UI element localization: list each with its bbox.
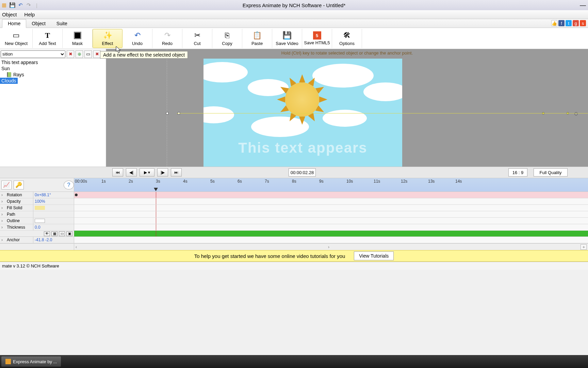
play-button[interactable]: ▶ ▾ [140,168,154,177]
outline-swatch[interactable] [35,219,45,223]
curve-editor-icon[interactable]: 📈 [1,181,12,189]
stage-text: This text appears [203,140,402,156]
new-object-button[interactable]: ▭New Object [0,29,33,48]
objects-panel: sition ✖ ⊕ ▭ ✖ This text appears Sun 📗 R… [0,49,106,167]
undo-icon[interactable]: ↶ [17,1,24,9]
copy-button[interactable]: ⎘Copy [212,29,242,48]
lock-icon[interactable]: ▦ [51,231,58,236]
cloud-shape [323,110,367,127]
composition-select[interactable]: sition [1,50,65,58]
new-object-icon: ▭ [12,31,21,40]
aspect-ratio-select[interactable]: 16 : 9 [508,168,527,177]
tool-3-icon[interactable]: ▭ [84,50,92,58]
canvas-area[interactable]: Hold (Ctrl) key to rotate selected objec… [106,49,588,167]
twitter-icon[interactable]: t [566,20,572,26]
playback-bar: ⏮ ◀| ▶ ▾ |▶ ⏭ 00:00:02.28 16 : 9 Full Qu… [0,167,588,178]
prop-thickness-row[interactable]: Thickness 0.0 [0,224,588,231]
save-html5-button[interactable]: 5Save HTML5 [302,29,332,48]
copy-icon: ⎘ [223,31,232,40]
redo-button[interactable]: ↷Redo [152,29,182,48]
prop-opacity-row[interactable]: Opacity 100% [0,198,588,205]
fill-swatch[interactable] [35,206,45,210]
handle-icon[interactable] [166,112,168,114]
cloud-shape [203,106,234,123]
add-text-button[interactable]: TAdd Text [33,29,63,48]
clip-row[interactable]: 👁 ▦ ▭ ▣ [0,231,588,237]
save-icon[interactable]: 💾 [9,1,16,9]
cut-icon: ✂ [193,31,202,40]
menu-help[interactable]: Help [24,12,35,17]
zoom-add-button[interactable]: ＋ [581,244,587,250]
goto-start-button[interactable]: ⏮ [112,168,123,177]
tool-1-icon[interactable]: ✖ [67,50,74,58]
prop-fill-row[interactable]: Fill Solid [0,205,588,211]
prop-path-row[interactable]: Path [0,211,588,218]
mask-button[interactable]: Mask [63,29,93,48]
prop-rotation-row[interactable]: Rotation 0x+88.1° [0,192,588,198]
redo-icon[interactable]: ↷ [25,1,32,9]
title-bar: ▦ 💾 ↶ ↷ | Express Animate by NCH Softwar… [0,0,588,10]
tool-4-icon[interactable]: ✖ [93,50,101,58]
cloud-shape [203,62,248,82]
options-button[interactable]: 🛠Options [332,29,362,48]
save-video-button[interactable]: 💾Save Video [272,29,302,48]
tab-suite[interactable]: Suite [51,19,73,28]
shy-icon[interactable]: ▭ [59,231,65,236]
tool-2-icon[interactable]: ⊕ [76,50,83,58]
canvas-hint: Hold (Ctrl) key to rotate selected objec… [281,50,413,56]
stumble-icon[interactable]: s [580,20,586,26]
os-taskbar: Express Animate by ... [0,355,588,368]
effect-button[interactable]: ✨Effect [93,29,122,48]
minimize-button[interactable]: — [580,2,586,9]
cloud-shape [363,82,402,101]
undo-button[interactable]: ↶Undo [122,29,152,48]
vis-icon[interactable]: 👁 [44,231,50,236]
tutorial-bar: To help you get started we have some onl… [0,250,588,262]
tab-home[interactable]: Home [2,19,26,28]
prop-anchor-row[interactable]: Anchor -41.8 -2.0 [0,237,588,243]
like-icon[interactable]: 👍 [551,20,557,26]
mask-icon [73,31,82,40]
stage[interactable]: This text appears [203,59,402,167]
menu-bar: Object Help [0,10,588,19]
key-editor-icon[interactable]: 🔑 [14,181,24,189]
cut-button[interactable]: ✂Cut [182,29,212,48]
keyframe-icon[interactable] [75,194,78,196]
new-file-icon[interactable]: ▦ [1,1,7,9]
tab-object[interactable]: Object [26,19,51,28]
layer-sun[interactable]: Sun [0,65,106,72]
paste-button[interactable]: 📋Paste [242,29,272,48]
timeline-panel: 📈 🔑 ? 00:00s 1s 2s 3s 4s 5s 6s 7s 8s 9s … [0,178,588,250]
goto-end-button[interactable]: ⏭ [171,168,182,177]
cursor-icon [116,46,122,53]
timeline-ruler[interactable]: 00:00s 1s 2s 3s 4s 5s 6s 7s 8s 9s 10s 11… [74,178,588,191]
layer-text[interactable]: This text appears [0,59,106,65]
next-frame-button[interactable]: |▶ [157,168,168,177]
playhead-icon[interactable] [154,188,158,191]
view-tutorials-button[interactable]: View Tutorials [354,251,394,260]
timeline-scrollbar[interactable]: ‹›＋ [74,244,588,250]
help-icon[interactable]: ? [64,181,74,189]
separator-icon: | [33,1,40,9]
quality-select[interactable]: Full Quality [534,168,568,177]
menu-object[interactable]: Object [2,12,17,17]
effect-icon: ✨ [103,31,112,40]
ribbon-toolbar: ▭New Object TAdd Text Mask ✨Effect ↶Undo… [0,28,588,49]
window-title: Express Animate by NCH Software - Untitl… [243,2,346,8]
prev-frame-button[interactable]: ◀| [126,168,137,177]
anchor-icon[interactable] [574,112,578,116]
google-plus-icon[interactable]: g [573,20,579,26]
status-bar: mate v 3.12 © NCH Software [0,262,588,270]
redo-icon: ↷ [163,31,172,40]
selection-line [177,113,588,113]
cloud-shape [312,64,374,88]
prop-outline-row[interactable]: Outline [0,218,588,224]
taskbar-item[interactable]: Express Animate by ... [1,356,61,367]
layer-rays[interactable]: 📗 Rays [0,72,106,78]
layer-clouds[interactable]: Clouds [0,78,18,84]
facebook-icon[interactable]: f [558,20,565,26]
html5-icon: 5 [313,31,321,40]
solo-icon[interactable]: ▣ [66,231,72,236]
guide-line [167,49,167,167]
tab-strip: Home Object Suite 👍 f t g s [0,19,588,28]
